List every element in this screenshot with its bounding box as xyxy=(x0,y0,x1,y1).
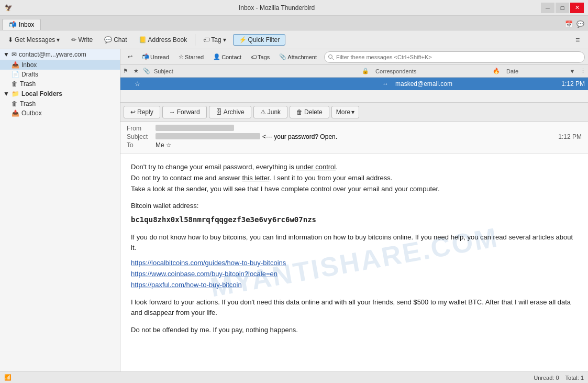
from-value-blurred xyxy=(156,125,234,131)
inbox-tab[interactable]: 📬 Inbox xyxy=(2,19,41,30)
tag-label: Tag xyxy=(211,36,221,43)
junk-button[interactable]: ⚠ Junk xyxy=(253,106,287,118)
col-header-thread[interactable]: ⋮ xyxy=(578,68,588,74)
contact-filter-button[interactable]: 👤 Contact xyxy=(209,52,246,62)
close-button[interactable]: ✕ xyxy=(570,3,584,13)
local-folders-expand-icon: ▼ xyxy=(3,90,9,97)
message-list-header: ⚑ ★ 📎 Subject 🔒 Correspondents 🔥 Date ▼ … xyxy=(120,65,588,78)
body-para-1: Don't try to change your email password,… xyxy=(131,162,578,173)
quick-filter-button[interactable]: ⚡ Quick Filter xyxy=(233,34,286,46)
drafts-folder-icon: 📄 xyxy=(12,71,19,78)
more-label: More xyxy=(336,108,350,116)
reply-label: Reply xyxy=(137,108,153,116)
col-header-star[interactable]: ★ xyxy=(131,68,141,74)
sidebar: ▼ ✉ contact@m...yware.com 📥 Inbox 📄 Draf… xyxy=(0,49,120,371)
chat-label: Chat xyxy=(114,36,127,43)
filter-search-input[interactable] xyxy=(324,51,585,63)
body-link-2[interactable]: https://www.coinbase.com/buy-bitcoin?loc… xyxy=(131,269,578,280)
contact-label: Contact xyxy=(221,54,241,60)
unread-filter-button[interactable]: 📬 Unread xyxy=(138,52,173,62)
email-body: MYANTISHARE.COM Don't try to change your… xyxy=(120,154,588,371)
sidebar-item-inbox[interactable]: 📥 Inbox xyxy=(0,60,120,70)
get-messages-button[interactable]: ⬇ Get Messages ▾ xyxy=(3,34,64,46)
msg-date: 1:12 PM xyxy=(524,80,587,87)
col-header-subject[interactable]: Subject xyxy=(152,68,358,74)
inbox-folder-icon: 📥 xyxy=(12,61,19,69)
junk-label: Junk xyxy=(268,108,281,116)
sidebar-local-folders[interactable]: ▼ 📁 Local Folders xyxy=(0,89,120,99)
get-messages-dropdown-icon: ▾ xyxy=(57,36,60,43)
reply-button[interactable]: ↩ Reply xyxy=(124,106,160,118)
chat-button[interactable]: 💬 Chat xyxy=(99,34,131,46)
local-trash-icon: 🗑 xyxy=(12,100,18,107)
more-button[interactable]: More ▾ xyxy=(331,106,359,118)
main-toolbar: ⬇ Get Messages ▾ ✏ Write 💬 Chat 📒 Addres… xyxy=(0,30,588,49)
get-messages-icon: ⬇ xyxy=(8,36,13,43)
reply-icon: ↩ xyxy=(130,108,136,116)
message-list: ☆ ↔ masked@email.com 1:12 PM xyxy=(120,78,588,103)
col-header-correspondent[interactable]: Correspondents xyxy=(373,68,489,74)
body-link-3[interactable]: https://paxful.com/how-to-buy-bitcoin xyxy=(131,280,578,291)
sidebar-item-local-trash[interactable]: 🗑 Trash xyxy=(0,99,120,108)
sidebar-item-trash[interactable]: 🗑 Trash xyxy=(0,79,120,89)
attachment-filter-button[interactable]: 📎 Attachment xyxy=(275,52,321,62)
junk-icon: ⚠ xyxy=(260,108,266,116)
trash-folder-icon: 🗑 xyxy=(12,80,18,87)
outbox-icon: 📤 xyxy=(12,110,19,117)
body-para-6: Do not be offended by me. If you pay, no… xyxy=(131,325,578,336)
archive-button[interactable]: 🗄 Archive xyxy=(209,106,251,118)
col-header-sort[interactable]: ▼ xyxy=(567,68,578,74)
body-para-3: Take a look at the sender, you will see … xyxy=(131,184,578,195)
msg-star[interactable]: ☆ xyxy=(132,80,142,87)
reply-toolbar: ↩ Reply → Forward 🗄 Archive ⚠ Junk 🗑 xyxy=(120,103,588,122)
body-bitcoin-header: Bitcoin wallet address: xyxy=(131,201,578,212)
delete-button[interactable]: 🗑 Delete xyxy=(290,106,329,118)
address-book-label: Address Book xyxy=(148,36,187,43)
chat-icon-btn[interactable]: 💬 xyxy=(574,18,586,30)
table-row[interactable]: ☆ ↔ masked@email.com 1:12 PM xyxy=(120,78,588,90)
col-header-flag[interactable]: ⚑ xyxy=(120,68,131,74)
local-folders-icon: 📁 xyxy=(12,90,19,97)
email-from-row: From xyxy=(127,125,582,132)
subject-blurred-part xyxy=(156,133,260,139)
restore-button[interactable]: □ xyxy=(556,3,569,13)
forward-button[interactable]: → Forward xyxy=(162,106,207,118)
email-subject-row: Subject <--- your password? Open. 1:12 P… xyxy=(127,133,582,140)
col-header-activity[interactable]: 🔥 xyxy=(489,68,504,74)
titlebar-controls: ─ □ ✕ xyxy=(541,3,584,13)
unread-icon: 📬 xyxy=(142,53,149,60)
get-messages-label: Get Messages xyxy=(15,36,55,43)
tag-button[interactable]: 🏷 Tag ▾ xyxy=(198,34,230,46)
calendar-icon-btn[interactable]: 📅 xyxy=(563,18,574,30)
tags-filter-button[interactable]: 🏷 Tags xyxy=(247,52,274,62)
col-header-attach[interactable]: 📎 xyxy=(141,68,152,74)
body-para-2: Do not try to contact me and answer this… xyxy=(131,173,578,184)
link-coinbase: https://www.coinbase.com/buy-bitcoin?loc… xyxy=(131,270,278,278)
delete-label: Delete xyxy=(304,108,323,116)
body-link-1[interactable]: https://localbitcoins.com/guides/how-to-… xyxy=(131,258,578,269)
delete-icon: 🗑 xyxy=(296,108,303,116)
sidebar-item-outbox[interactable]: 📤 Outbox xyxy=(0,108,120,118)
write-button[interactable]: ✏ Write xyxy=(66,34,97,46)
archive-label: Archive xyxy=(224,108,245,116)
sidebar-account[interactable]: ▼ ✉ contact@m...yware.com xyxy=(0,49,120,60)
back-button[interactable]: ↩ xyxy=(124,52,137,62)
msg-correspondent: masked@email.com xyxy=(393,80,508,87)
col-header-date[interactable]: Date xyxy=(504,68,567,74)
tags-label: Tags xyxy=(258,54,270,60)
contact-icon: 👤 xyxy=(213,53,220,60)
titlebar: 🦅 Inbox - Mozilla Thunderbird ─ □ ✕ xyxy=(0,0,588,16)
sidebar-item-drafts[interactable]: 📄 Drafts xyxy=(0,70,120,79)
email-pane: ↩ Reply → Forward 🗄 Archive ⚠ Junk 🗑 xyxy=(120,103,588,371)
forward-icon: → xyxy=(169,108,175,116)
account-expand-icon: ▼ xyxy=(3,51,9,58)
toolbar-menu-button[interactable]: ≡ xyxy=(570,32,585,47)
starred-label: Starred xyxy=(185,54,204,60)
col-header-enc[interactable]: 🔒 xyxy=(358,68,373,74)
minimize-button[interactable]: ─ xyxy=(541,3,554,13)
quick-filter-label: Quick Filter xyxy=(248,36,280,43)
quick-filter-icon: ⚡ xyxy=(239,36,247,43)
address-book-button[interactable]: 📒 Address Book xyxy=(134,34,192,46)
tags-icon: 🏷 xyxy=(251,54,257,60)
starred-filter-button[interactable]: ☆ Starred xyxy=(174,52,208,62)
